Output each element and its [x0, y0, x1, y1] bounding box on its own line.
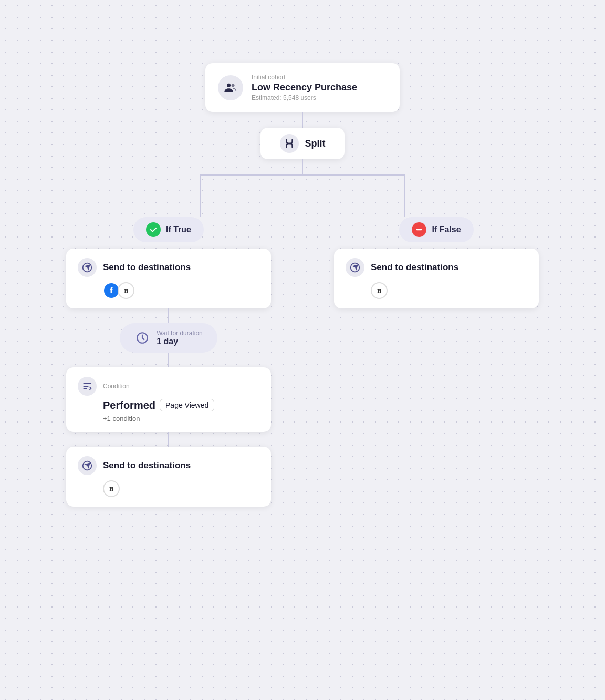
cohort-subtitle: Estimated: 5,548 users [252, 94, 357, 101]
false-icon [412, 222, 426, 237]
true-icon [146, 222, 161, 237]
dest-header-left: Send to destinations [78, 258, 191, 277]
cond-action: Performed [103, 399, 155, 411]
branch-true: If True Send to destinations f [56, 217, 281, 507]
dest-card-final[interactable]: Send to destinations ʙ [66, 447, 271, 507]
flow-canvas: Initial cohort Low Recency Purchase Esti… [0, 63, 605, 507]
dest-header-final: Send to destinations [78, 456, 191, 475]
branches-container: If True Send to destinations f [56, 217, 549, 507]
split-connector-area [119, 159, 486, 217]
branch-false: If False Send to destinations ʙ [324, 217, 549, 308]
braze-icon-left: ʙ [124, 286, 128, 295]
clock-icon [134, 330, 150, 346]
split-icon [280, 134, 299, 153]
if-false-label: If False [432, 225, 461, 234]
svg-point-0 [227, 83, 231, 87]
cond-extra: +1 condition [103, 415, 140, 423]
if-true-label: If True [166, 225, 191, 234]
braze-icon-right: ʙ [377, 286, 381, 295]
dest-title-left: Send to destinations [103, 262, 191, 273]
cohort-icon [218, 75, 243, 100]
condition-label: Condition [103, 383, 130, 390]
connector-left-wait [168, 308, 169, 323]
braze-logo-right: ʙ [371, 282, 388, 299]
dest-title-final: Send to destinations [103, 460, 191, 471]
connector-cohort-split [302, 112, 303, 128]
dest-header-right: Send to destinations [346, 258, 458, 277]
braze-logo-final: ʙ [103, 480, 120, 497]
if-true-badge[interactable]: If True [133, 217, 204, 242]
cond-body: Performed Page Viewed [103, 399, 214, 411]
split-label: Split [305, 138, 326, 149]
dest-card-left[interactable]: Send to destinations f ʙ [66, 249, 271, 308]
svg-point-1 [232, 84, 235, 87]
dest-icon-right [346, 258, 364, 277]
condition-icon [78, 377, 97, 396]
split-card[interactable]: Split [260, 128, 345, 159]
wait-info: Wait for duration 1 day [157, 330, 203, 346]
connector-wait-condition [168, 353, 169, 367]
wait-duration: 1 day [157, 337, 203, 346]
wait-badge[interactable]: Wait for duration 1 day [120, 323, 217, 353]
split-svg [119, 159, 486, 217]
dest-card-right[interactable]: Send to destinations ʙ [334, 249, 539, 308]
cohort-label: Initial cohort [252, 74, 357, 81]
braze-icon-final: ʙ [109, 485, 113, 493]
dest-logos-right: ʙ [371, 282, 388, 299]
wait-label: Wait for duration [157, 330, 203, 337]
dest-icon-left [78, 258, 97, 277]
if-false-badge[interactable]: If False [399, 217, 473, 242]
connector-condition-final [168, 432, 169, 447]
condition-card[interactable]: Condition Performed Page Viewed +1 condi… [66, 367, 271, 432]
cohort-card[interactable]: Initial cohort Low Recency Purchase Esti… [205, 63, 400, 112]
cohort-info: Initial cohort Low Recency Purchase Esti… [252, 74, 357, 101]
cohort-title: Low Recency Purchase [252, 82, 357, 93]
cond-event-pill: Page Viewed [160, 399, 214, 411]
dest-logos-final: ʙ [103, 480, 120, 497]
facebook-icon: f [110, 285, 113, 296]
dest-icon-final [78, 456, 97, 475]
cond-header: Condition [78, 377, 130, 396]
braze-logo-left: ʙ [118, 282, 134, 299]
dest-title-right: Send to destinations [371, 262, 458, 273]
dest-logos-left: f ʙ [103, 282, 134, 299]
